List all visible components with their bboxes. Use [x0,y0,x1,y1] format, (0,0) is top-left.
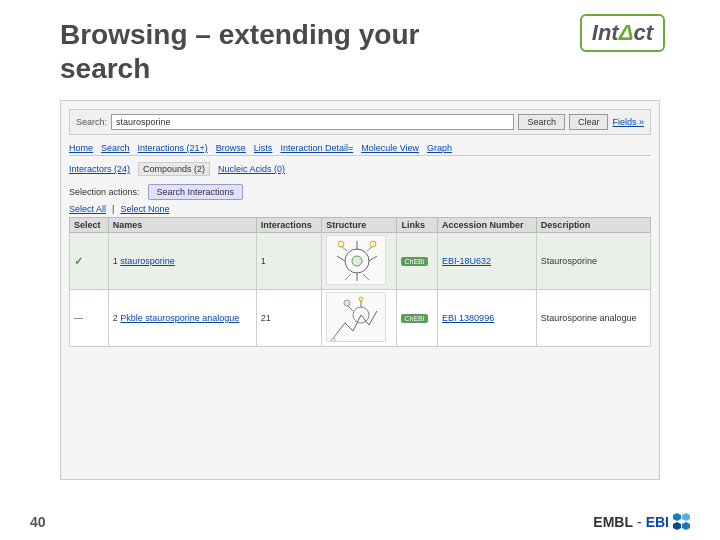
svg-point-18 [331,338,335,342]
ebi-text: EBI [646,514,669,530]
title-line2: search [60,53,150,84]
select-separator: | [112,204,114,214]
search-bar: Search: staurosporine Search Clear Field… [69,109,651,135]
col-header-description: Description [536,218,650,233]
page-title: Browsing – extending your search [60,18,660,85]
row1-description: Staurosporine [536,233,650,290]
row2-structure-svg [327,293,386,342]
nav-tab-molecule-view[interactable]: Molecule View [361,143,419,153]
row2-structure [322,290,397,347]
row1-chebi-badge[interactable]: ChEBI [401,257,427,266]
svg-line-3 [337,256,345,261]
svg-line-10 [345,274,351,280]
row1-structure-image [326,235,386,285]
row2-description: Staurosporine analogue [536,290,650,347]
embl-dash: - [637,514,642,530]
clear-button[interactable]: Clear [569,114,609,130]
nav-tabs-row2: Interactors (24) Compounds (2) Nucleic A… [69,160,651,178]
row1-structure-svg [327,236,386,285]
nav-tab-interaction-detail[interactable]: Interaction Detail= [280,143,353,153]
select-all-row: Select All | Select None [69,204,651,214]
row2-structure-image [326,292,386,342]
svg-line-2 [369,256,377,261]
row2-links[interactable]: ChEBI [397,290,438,347]
nav-tab2-nucleic-acids[interactable]: Nucleic Acids (0) [218,164,285,174]
results-table: Select Names Interactions Structure Link… [69,217,651,347]
search-button[interactable]: Search [518,114,565,130]
row1-links[interactable]: ChEBI [397,233,438,290]
nav-tab2-interactors[interactable]: Interactors (24) [69,164,130,174]
actions-row: Selection actions: Search Interactions [69,184,651,200]
nav-tab-home[interactable]: Home [69,143,93,153]
fields-link[interactable]: Fields » [612,117,644,127]
svg-point-5 [352,256,362,266]
nav-tab2-compounds[interactable]: Compounds (2) [138,162,210,176]
nav-tab-graph[interactable]: Graph [427,143,452,153]
hex-cell-1 [673,513,681,521]
svg-point-15 [344,300,350,306]
embl-text: EMBL [593,514,633,530]
search-input[interactable]: staurosporine [111,114,514,130]
col-header-names: Names [108,218,256,233]
ui-screenshot-area: Search: staurosporine Search Clear Field… [60,100,660,480]
svg-point-16 [359,297,363,301]
hex-cell-2 [682,513,690,521]
row2-name-link[interactable]: Pkble staurosporine analogue [120,313,239,323]
table-header-row: Select Names Interactions Structure Link… [70,218,651,233]
col-header-select: Select [70,218,109,233]
row2-names: 2 Pkble staurosporine analogue [108,290,256,347]
row1-structure [322,233,397,290]
hex-cell-4 [682,522,690,530]
row2-accession[interactable]: EBI 1380996 [438,290,537,347]
title-line1: Browsing – extending your [60,19,419,50]
row2-select[interactable]: --- [70,290,109,347]
table-row: --- 2 Pkble staurosporine analogue 21 [70,290,651,347]
row2-chebi-badge[interactable]: ChEBI [401,314,427,323]
actions-label: Selection actions: [69,187,140,197]
select-all-link[interactable]: Select All [69,204,106,214]
svg-point-9 [370,241,376,247]
row1-interactions: 1 [256,233,321,290]
row1-names: 1 staurosporine [108,233,256,290]
row1-checkmark: ✓ [74,255,83,267]
nav-tab-interactions[interactable]: Interactions (21+) [138,143,208,153]
row2-check-placeholder: --- [74,313,83,323]
nav-tab-browse[interactable]: Browse [216,143,246,153]
footer: 40 EMBL - EBI [30,513,690,530]
nav-tabs-row1: Home Search Interactions (21+) Browse Li… [69,141,651,156]
table-row: ✓ 1 staurosporine 1 [70,233,651,290]
col-header-links: Links [397,218,438,233]
svg-line-11 [363,274,369,280]
search-interactions-button[interactable]: Search Interactions [148,184,244,200]
col-header-interactions: Interactions [256,218,321,233]
col-header-structure: Structure [322,218,397,233]
row2-accession-link[interactable]: EBI 1380996 [442,313,494,323]
select-none-link[interactable]: Select None [120,204,169,214]
embl-ebi-logo: EMBL - EBI [593,513,690,530]
row2-interactions: 21 [256,290,321,347]
search-label: Search: [76,117,107,127]
col-header-accession: Accession Number [438,218,537,233]
row1-accession[interactable]: EBI-18U632 [438,233,537,290]
row1-select[interactable]: ✓ [70,233,109,290]
svg-point-8 [338,241,344,247]
embl-hex-icon [673,513,690,530]
nav-tab-search[interactable]: Search [101,143,130,153]
row1-name-link[interactable]: staurosporine [120,256,175,266]
hex-cell-3 [673,522,681,530]
row1-accession-link[interactable]: EBI-18U632 [442,256,491,266]
page-number: 40 [30,514,46,530]
title-area: Browsing – extending your search [60,18,660,85]
nav-tab-lists[interactable]: Lists [254,143,273,153]
